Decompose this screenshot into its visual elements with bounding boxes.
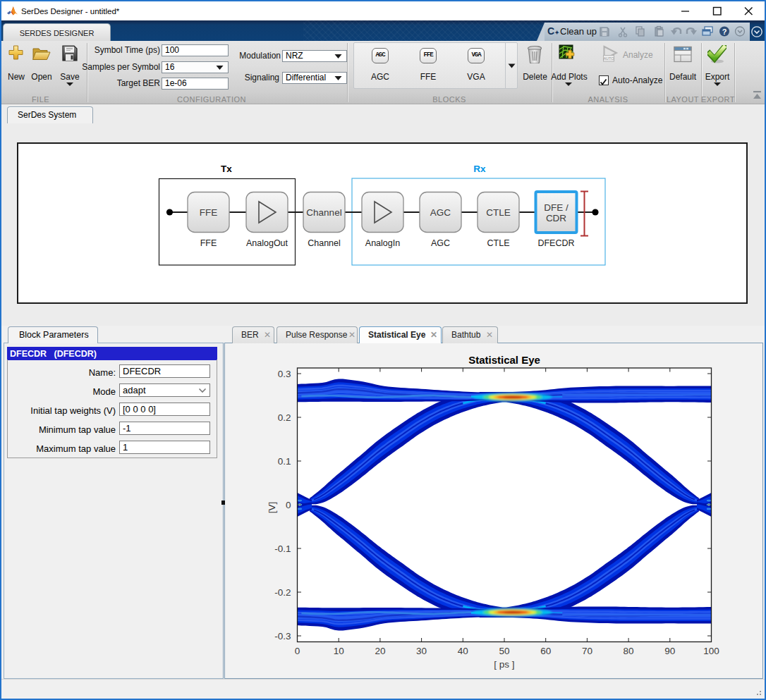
svg-text:Channel: Channel: [308, 238, 341, 248]
svg-text:50: 50: [499, 646, 509, 656]
svg-text:80: 80: [624, 646, 634, 656]
svg-text:Statistical Eye: Statistical Eye: [468, 354, 540, 366]
svg-text:[V]: [V]: [267, 502, 277, 514]
svg-text:[ ps ]: [ ps ]: [494, 659, 514, 670]
svg-text:10: 10: [334, 646, 344, 656]
svg-text:0.2: 0.2: [278, 412, 291, 423]
svg-text:DFECDR: DFECDR: [537, 238, 574, 248]
svg-text:AGC: AGC: [430, 207, 451, 218]
svg-text:Tx: Tx: [221, 164, 232, 174]
svg-text:DFE /: DFE /: [544, 202, 569, 213]
svg-text:AUTO: AUTO: [603, 56, 614, 61]
svg-text:70: 70: [582, 646, 592, 656]
svg-text:20: 20: [375, 646, 385, 656]
svg-text:-0.1: -0.1: [274, 544, 291, 554]
svg-text:30: 30: [416, 646, 427, 656]
svg-text:0.3: 0.3: [278, 369, 291, 379]
svg-text:CTLE: CTLE: [486, 207, 511, 218]
svg-text:AnalogIn: AnalogIn: [365, 238, 400, 248]
svg-text:-0.2: -0.2: [274, 587, 291, 598]
svg-text:AGC: AGC: [431, 238, 450, 248]
svg-text:0: 0: [286, 500, 291, 510]
svg-text:0: 0: [295, 646, 300, 656]
svg-text:CTLE: CTLE: [487, 238, 510, 248]
svg-text:Channel: Channel: [306, 207, 341, 218]
svg-text:90: 90: [664, 646, 675, 656]
svg-text:0.1: 0.1: [278, 456, 291, 467]
svg-text:CDR: CDR: [546, 213, 566, 223]
svg-text:FFE: FFE: [200, 207, 218, 218]
svg-text:AnalogOut: AnalogOut: [246, 238, 288, 248]
svg-text:FFE: FFE: [200, 238, 217, 248]
svg-text:100: 100: [703, 646, 719, 656]
svg-text:40: 40: [458, 646, 468, 656]
svg-text:60: 60: [540, 646, 551, 656]
svg-text:-0.3: -0.3: [274, 631, 291, 641]
svg-text:Rx: Rx: [473, 164, 486, 174]
svg-text:?: ?: [722, 27, 727, 36]
